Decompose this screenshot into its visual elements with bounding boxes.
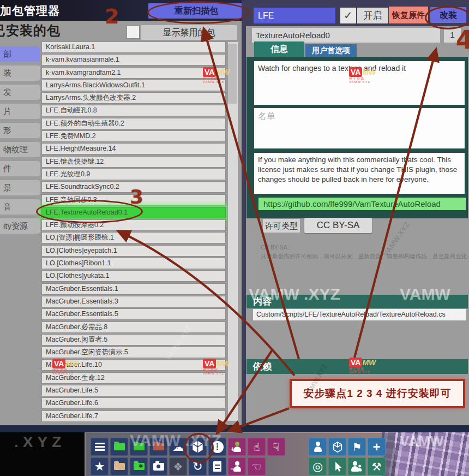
package-row[interactable]: LFE.颤动按摩器0.2 bbox=[41, 219, 226, 231]
package-row[interactable]: LFE.免费MMD.2 bbox=[41, 130, 226, 142]
load-scene-button[interactable] bbox=[110, 438, 128, 456]
package-row[interactable]: LO.[资源]椭圆形眼镜.1 bbox=[41, 232, 226, 243]
open-folder-button[interactable] bbox=[130, 438, 148, 456]
tools-button[interactable]: ⚒ bbox=[368, 457, 386, 475]
reload-package-button[interactable]: ↻ bbox=[189, 457, 207, 475]
show-disabled-label: 显示禁用的包 bbox=[141, 25, 237, 40]
flag-icon: ⚑ bbox=[352, 442, 362, 453]
package-row[interactable]: MacGruber.闲置者.5 bbox=[41, 334, 226, 346]
touch-button[interactable]: ☟ bbox=[267, 438, 285, 456]
tab-user-preferences[interactable]: 用户首选项 bbox=[305, 44, 357, 57]
people-button[interactable] bbox=[348, 457, 366, 475]
sidebar-item[interactable]: 发 bbox=[0, 85, 40, 100]
save-scene-button[interactable] bbox=[149, 438, 167, 456]
package-row[interactable]: LO.[Clothes]yukata.1 bbox=[41, 270, 226, 282]
enabled-checkbox[interactable]: ✓ bbox=[340, 8, 356, 23]
instruction-box: 安步骤点1 2 3 4 进行安装即可 bbox=[290, 379, 465, 408]
add-person-button[interactable]: + bbox=[228, 438, 246, 456]
package-row[interactable]: MacGruber.必需品.8 bbox=[41, 322, 226, 333]
sidebar-item[interactable]: 物纹理 bbox=[0, 142, 40, 157]
favorites-button[interactable]: ★ bbox=[91, 457, 109, 475]
notes-button[interactable] bbox=[208, 457, 226, 475]
pointer-button[interactable] bbox=[328, 457, 346, 475]
version-field[interactable]: 1 bbox=[444, 28, 461, 43]
package-row[interactable]: LarrysArms.BlackWidowsOutfit.1 bbox=[41, 80, 226, 91]
package-row[interactable]: LarrysArms.头发颜色改变器.2 bbox=[41, 92, 226, 104]
grab-icon: ☜ bbox=[252, 461, 262, 472]
unity-button[interactable] bbox=[328, 438, 346, 456]
sidebar-item[interactable]: 装 bbox=[0, 66, 40, 81]
package-row[interactable]: MacGruber.Essentials.3 bbox=[41, 296, 226, 307]
github-link[interactable]: https://github.com/lfe999/VamTextureAuto… bbox=[258, 198, 466, 210]
package-row[interactable]: MacGruber.Life.10 bbox=[41, 359, 226, 371]
package-row[interactable]: MacGruber.Essentials.1 bbox=[41, 283, 226, 295]
package-row[interactable]: MacGruber.Life.6 bbox=[41, 397, 226, 409]
sidebar-item[interactable]: 件 bbox=[0, 161, 40, 176]
package-name-field[interactable]: TextureAutoReload0 bbox=[252, 28, 440, 43]
package-row[interactable]: LFE.HeightMeasure.14 bbox=[41, 143, 226, 154]
menu-button[interactable] bbox=[91, 438, 109, 456]
sidebar-item[interactable]: 音 bbox=[0, 199, 40, 215]
flag-button[interactable]: ⚑ bbox=[348, 438, 366, 456]
content-path-row[interactable]: Custom/Scripts/LFE/TextureAutoReload/Tex… bbox=[253, 309, 466, 320]
error-log-button[interactable]: ! bbox=[208, 438, 226, 456]
target-icon: ◎ bbox=[312, 461, 323, 473]
description-box: Watch for changes to a texture and reloa… bbox=[254, 61, 465, 105]
folder-settings-icon: ✱ bbox=[134, 463, 145, 470]
package-row[interactable]: LFE.额外的自动生殖器0.2 bbox=[41, 118, 226, 129]
hand-button[interactable]: ☝ bbox=[248, 438, 266, 456]
package-row[interactable]: LFE.自动瞳孔0.8 bbox=[41, 105, 226, 116]
package-row[interactable]: MacGruber.空闲姿势演示.5 bbox=[41, 347, 226, 358]
package-row[interactable]: MacGruber.Life.7 bbox=[41, 410, 226, 422]
restore-original-button[interactable]: 恢复原件 bbox=[389, 7, 428, 23]
package-row[interactable]: LFE.音轨同步0.3 bbox=[41, 194, 226, 206]
package-row-selected[interactable]: LFE.TextureAutoReload0.1 bbox=[41, 207, 226, 218]
screenshot-button[interactable] bbox=[149, 457, 167, 475]
person-button[interactable] bbox=[309, 438, 327, 456]
license-type-dropdown[interactable]: CC BY-SA bbox=[304, 218, 372, 233]
package-row[interactable]: MacGruber.生命.12 bbox=[41, 372, 226, 384]
modify-button[interactable]: 改装 bbox=[430, 7, 466, 23]
package-row[interactable]: k-vam.kvamasianmale.1 bbox=[41, 54, 226, 66]
package-row[interactable]: k-vam.kvamgrandfam2.1 bbox=[41, 67, 226, 79]
sidebar-item[interactable]: ity资源 bbox=[0, 218, 40, 234]
folder-settings-button[interactable]: ✱ bbox=[130, 457, 148, 475]
tab-info[interactable]: 信息 bbox=[254, 41, 304, 57]
screenshot-icon bbox=[153, 463, 164, 471]
list-placeholder-box[interactable]: 名单 bbox=[254, 108, 465, 148]
sidebar-item[interactable]: 形 bbox=[0, 123, 40, 138]
grab-button[interactable]: ☜ bbox=[248, 457, 266, 475]
rescan-packages-button[interactable]: 重新扫描包 bbox=[148, 3, 244, 19]
license-text-box: If you make anything with this commercia… bbox=[254, 153, 465, 194]
remove-person-button[interactable]: − bbox=[228, 457, 246, 475]
add-button[interactable]: + bbox=[368, 438, 386, 456]
license-note-title: CC BY-SA: bbox=[261, 244, 289, 251]
package-row[interactable]: MacGruber.Life.5 bbox=[41, 385, 226, 396]
list-scrollbar-thumb[interactable] bbox=[228, 44, 237, 104]
hand-icon: ☝ bbox=[253, 442, 260, 453]
sidebar-item[interactable]: 片 bbox=[0, 104, 40, 119]
package-row[interactable]: LFE.SoundtrackSync0.2 bbox=[41, 181, 226, 193]
package-manager-button[interactable] bbox=[189, 438, 207, 456]
installed-packages-heading: 已安装的包 bbox=[0, 22, 61, 39]
save-button[interactable] bbox=[110, 457, 128, 475]
content-section-header: 内容 bbox=[246, 295, 468, 308]
package-row[interactable]: Korisaki.Laura.1 bbox=[41, 41, 226, 53]
sidebar-item[interactable]: 景 bbox=[0, 180, 40, 195]
connections-icon: ❖ bbox=[173, 461, 183, 472]
unity-icon bbox=[332, 441, 344, 453]
package-row[interactable]: LO.[Clothes]eyepatch.1 bbox=[41, 245, 226, 257]
creator-field[interactable]: LFE bbox=[254, 8, 335, 23]
package-row[interactable]: LFE.键盘快捷键.12 bbox=[41, 156, 226, 168]
package-row[interactable]: MacGruber.Essentials.5 bbox=[41, 308, 226, 320]
dependencies-section-header: 依赖 bbox=[246, 359, 468, 374]
target-button[interactable]: ◎ bbox=[309, 457, 327, 475]
cloud-download-button[interactable]: ☁↓ bbox=[169, 438, 187, 456]
bottom-divider bbox=[0, 425, 469, 432]
show-disabled-checkbox[interactable] bbox=[127, 26, 140, 39]
sidebar-item[interactable]: 部 bbox=[0, 46, 40, 62]
package-row[interactable]: LO.[Clothes]Ribon1.1 bbox=[41, 258, 226, 269]
package-row[interactable]: LFE.光纹理0.9 bbox=[41, 169, 226, 180]
connections-button[interactable]: ❖ bbox=[169, 457, 187, 475]
package-manager-icon bbox=[191, 440, 205, 454]
